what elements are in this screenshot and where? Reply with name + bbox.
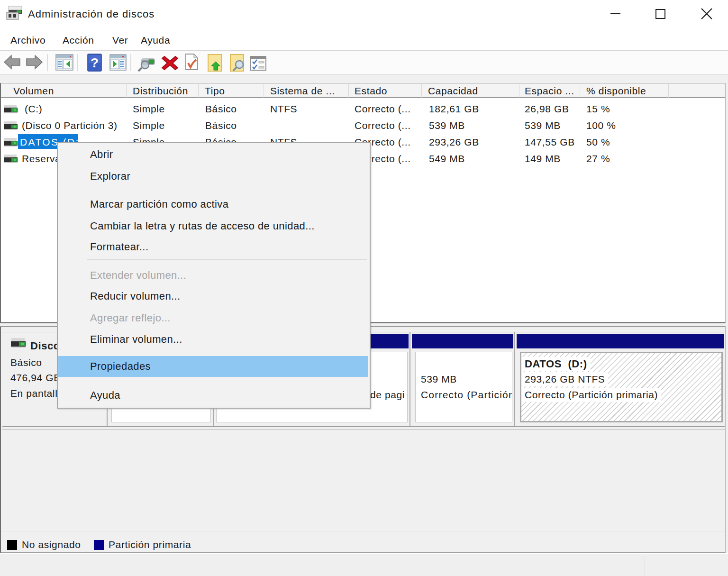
- svg-text:?: ?: [91, 55, 99, 70]
